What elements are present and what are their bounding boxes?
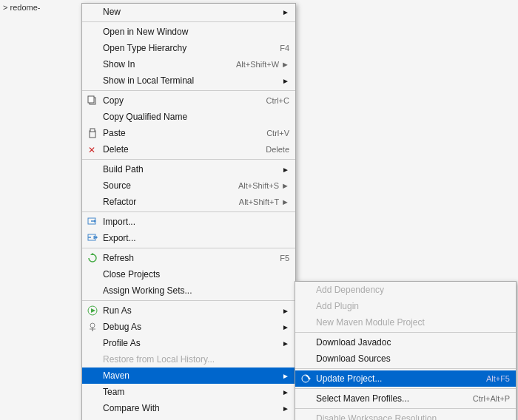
maven-separator-3 — [295, 388, 516, 389]
menu-label-profile-as: Profile As — [103, 338, 141, 348]
menu-item-show-in[interactable]: Show In Alt+Shift+W ► — [82, 56, 295, 72]
svg-rect-3 — [90, 129, 95, 132]
maven-label-add-dependency: Add Dependency — [316, 285, 384, 295]
shortcut-delete: Delete — [251, 145, 289, 154]
arrow-icon-build-path: ► — [282, 166, 289, 174]
menu-item-compare-with[interactable]: Compare With ► — [82, 400, 295, 416]
menu-item-paste[interactable]: Paste Ctrl+V — [82, 125, 295, 141]
svg-marker-13 — [90, 253, 95, 255]
menu-item-restore-history: Restore from Local History... — [82, 351, 295, 368]
context-menu: New ► Open in New Window Open Type Hiera… — [81, 3, 296, 420]
maven-item-add-plugin: Add Plugin — [295, 298, 516, 314]
svg-marker-15 — [91, 308, 95, 313]
copy-icon — [87, 95, 98, 106]
menu-item-source[interactable]: Source Alt+Shift+S ► — [82, 177, 295, 194]
shortcut-select-profiles: Ctrl+Alt+P — [458, 394, 510, 403]
paste-icon — [87, 127, 98, 139]
maven-label-download-javadoc: Download Javadoc — [316, 337, 391, 348]
shortcut-source: Alt+Shift+S ► — [223, 181, 289, 190]
menu-item-copy[interactable]: Copy Ctrl+C — [82, 92, 295, 109]
shortcut-open-type-hierarchy: F4 — [265, 44, 289, 52]
menu-item-export[interactable]: Export... — [82, 230, 295, 246]
menu-label-new: New — [103, 7, 121, 17]
arrow-icon-debug-as: ► — [282, 323, 289, 331]
arrow-icon-compare-with: ► — [282, 404, 289, 413]
maven-item-download-javadoc[interactable]: Download Javadoc — [295, 334, 516, 350]
update-project-icon — [300, 373, 312, 385]
menu-item-open-type-hierarchy[interactable]: Open Type Hierarchy F4 — [82, 40, 295, 56]
maven-item-download-sources[interactable]: Download Sources — [295, 350, 516, 367]
menu-item-show-local-terminal[interactable]: Show in Local Terminal ► — [82, 72, 295, 89]
menu-label-show-local-terminal: Show in Local Terminal — [103, 75, 194, 86]
maven-label-new-maven-module: New Maven Module Project — [316, 317, 425, 328]
svg-point-16 — [90, 323, 95, 328]
maven-item-update-project[interactable]: Update Project... Alt+F5 — [295, 370, 516, 387]
menu-label-assign-working-sets: Assign Working Sets... — [103, 285, 192, 296]
shortcut-show-in: Alt+Shift+W ► — [221, 60, 289, 69]
maven-label-add-plugin: Add Plugin — [316, 301, 359, 311]
arrow-icon-maven: ► — [282, 372, 289, 380]
menu-item-delete[interactable]: ✕ Delete Delete — [82, 141, 295, 158]
menu-label-maven: Maven — [103, 370, 130, 381]
menu-item-team[interactable]: Team ► — [82, 384, 295, 400]
maven-label-download-sources: Download Sources — [316, 353, 391, 364]
maven-item-select-profiles[interactable]: Select Maven Profiles... Ctrl+Alt+P — [295, 390, 516, 407]
menu-item-new[interactable]: New ► — [82, 4, 295, 20]
shortcut-paste: Ctrl+V — [252, 129, 289, 138]
menu-item-close-projects[interactable]: Close Projects — [82, 266, 295, 282]
shortcut-copy: Ctrl+C — [252, 96, 289, 105]
maven-label-select-profiles: Select Maven Profiles... — [316, 393, 409, 404]
menu-item-run-as[interactable]: Run As ► — [82, 302, 295, 319]
maven-separator-4 — [295, 408, 516, 409]
maven-label-disable-workspace-resolution: Disable Workspace Resolution — [316, 413, 437, 420]
arrow-icon-show-local: ► — [282, 77, 289, 85]
separator-3 — [82, 211, 295, 212]
svg-marker-21 — [309, 377, 311, 380]
menu-item-refactor[interactable]: Refactor Alt+Shift+T ► — [82, 194, 295, 210]
debug-icon — [87, 321, 98, 333]
menu-label-build-path: Build Path — [103, 164, 144, 175]
separator-5 — [82, 300, 295, 301]
menu-item-profile-as[interactable]: Profile As ► — [82, 335, 295, 351]
import-icon — [87, 216, 98, 228]
maven-item-new-maven-module: New Maven Module Project — [295, 314, 516, 331]
menu-item-debug-as[interactable]: Debug As ► — [82, 319, 295, 335]
menu-label-copy: Copy — [103, 95, 124, 106]
menu-label-close-projects: Close Projects — [103, 269, 160, 280]
arrow-icon-new: ► — [282, 8, 289, 16]
menu-label-copy-qualified-name: Copy Qualified Name — [103, 112, 187, 122]
menu-label-paste: Paste — [103, 128, 126, 138]
menu-label-open-new-window: Open in New Window — [103, 27, 188, 37]
delete-icon: ✕ — [87, 143, 98, 155]
menu-label-debug-as: Debug As — [103, 322, 141, 332]
arrow-icon-run-as: ► — [282, 307, 289, 315]
maven-submenu: Add Dependency Add Plugin New Maven Modu… — [295, 281, 517, 420]
menu-item-copy-qualified-name[interactable]: Copy Qualified Name — [82, 109, 295, 125]
menu-item-refresh[interactable]: Refresh F5 — [82, 250, 295, 266]
svg-rect-1 — [88, 96, 94, 103]
menu-item-import[interactable]: Import... — [82, 214, 295, 230]
menu-item-maven[interactable]: Maven ► — [82, 368, 295, 384]
svg-text:✕: ✕ — [88, 145, 95, 155]
menu-label-compare-with: Compare With — [103, 403, 160, 413]
maven-item-add-dependency: Add Dependency — [295, 282, 516, 298]
menu-label-restore-history: Restore from Local History... — [103, 354, 215, 365]
separator-2 — [82, 159, 295, 160]
menu-item-build-path[interactable]: Build Path ► — [82, 161, 295, 177]
menu-label-export: Export... — [103, 233, 136, 243]
menu-item-open-new-window[interactable]: Open in New Window — [82, 24, 295, 40]
svg-marker-12 — [96, 236, 98, 239]
breadcrumb: > redome- — [0, 0, 43, 15]
menu-item-assign-working-sets[interactable]: Assign Working Sets... — [82, 282, 295, 299]
menu-label-show-in: Show In — [103, 59, 135, 70]
menu-label-refactor: Refactor — [103, 197, 136, 207]
separator-1 — [82, 90, 295, 91]
menu-label-source: Source — [103, 180, 131, 191]
menu-label-refresh: Refresh — [103, 253, 134, 263]
arrow-icon-profile-as: ► — [282, 339, 289, 348]
runas-icon — [87, 305, 98, 316]
shortcut-refactor: Alt+Shift+T ► — [224, 197, 289, 206]
menu-item-replace-with[interactable]: Replace With ► — [82, 416, 295, 420]
shortcut-refresh: F5 — [265, 254, 289, 262]
maven-separator-2 — [295, 368, 516, 369]
